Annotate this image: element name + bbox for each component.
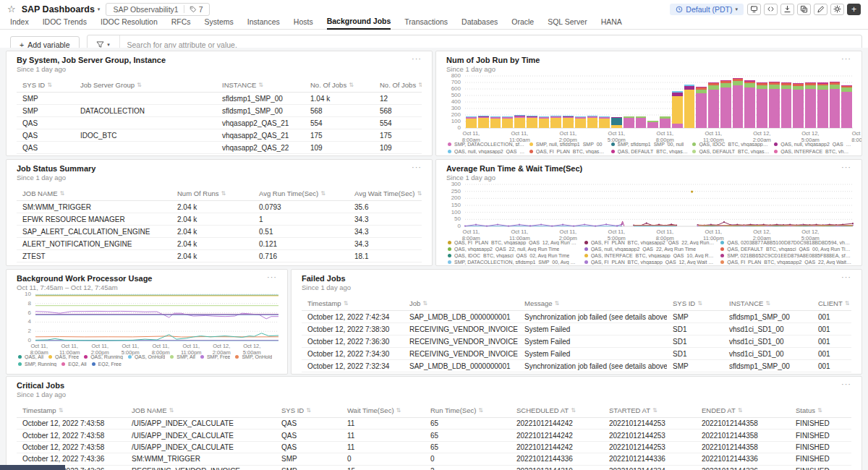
bar-segment[interactable] (587, 116, 598, 118)
sort-icon[interactable]: ⇅ (417, 190, 422, 197)
bar-segment[interactable] (490, 119, 501, 129)
legend-item[interactable]: QAS, null, vhqasapp2_QAS_22 (448, 149, 525, 154)
bar-segment[interactable] (817, 84, 828, 86)
bar-segment[interactable] (841, 85, 852, 86)
column-header[interactable]: No. Of Jobs⇅ (305, 81, 374, 89)
sort-icon[interactable]: ⇅ (59, 407, 64, 414)
timezone-selector[interactable]: Default (PDT) ▾ (670, 4, 744, 15)
bar-segment[interactable] (757, 89, 767, 128)
bar-segment[interactable] (744, 81, 755, 83)
bar-segment[interactable] (539, 116, 550, 117)
sort-icon[interactable]: ⇅ (169, 407, 174, 414)
bar-segment[interactable] (563, 117, 574, 119)
bar-segment[interactable] (575, 117, 586, 118)
favorite-star-icon[interactable]: ☆ (7, 4, 16, 14)
tab-systems[interactable]: Systems (205, 17, 234, 29)
bar-segment[interactable] (478, 116, 489, 117)
bar-segment[interactable] (502, 119, 513, 129)
bar-segment[interactable] (696, 87, 707, 87)
bar-segment[interactable] (514, 116, 525, 116)
column-header[interactable]: Job Server Group⇅ (75, 81, 216, 89)
bar-segment[interactable] (769, 89, 780, 128)
code-button[interactable] (764, 4, 778, 15)
bar-segment[interactable] (781, 82, 792, 83)
bar-segment[interactable] (781, 85, 792, 90)
bar-segment[interactable] (575, 116, 586, 117)
tab-rfcs[interactable]: RFCs (171, 17, 191, 29)
bar-segment[interactable] (720, 87, 731, 128)
bar-segment[interactable] (744, 80, 755, 81)
bar-segment[interactable] (550, 116, 561, 116)
tab-index[interactable]: Index (10, 17, 29, 29)
bar-segment[interactable] (805, 82, 816, 83)
legend-item[interactable]: QAS, 02038877A8B5100D87D0C9818BD8D594, v… (720, 240, 851, 245)
bar-segment[interactable] (696, 87, 707, 90)
sort-icon[interactable]: ⇅ (652, 407, 658, 414)
bar-segment[interactable] (720, 80, 731, 81)
column-header[interactable]: JOB NAME⇅ (17, 189, 171, 197)
bar-segment[interactable] (830, 89, 841, 128)
download-button[interactable] (780, 4, 794, 15)
bar-segment[interactable] (502, 116, 513, 117)
column-header[interactable]: INSTANCE⇅ (216, 81, 305, 89)
bar-segment[interactable] (647, 121, 658, 122)
tab-background-jobs[interactable]: Background Jobs (327, 17, 391, 30)
bar-segment[interactable] (757, 85, 767, 90)
bar-segment[interactable] (599, 116, 610, 117)
column-header[interactable]: Num Of Runs⇅ (171, 189, 253, 197)
bar-segment[interactable] (575, 119, 586, 128)
legend-item[interactable]: QAS, DEFAULT_BTC, vhqasci_QAS_00, Avg Ru… (720, 247, 851, 252)
copy-button[interactable] (797, 4, 811, 15)
bar-segment[interactable] (793, 90, 804, 128)
bar-segment[interactable] (781, 89, 792, 128)
panel-menu-button[interactable]: ··· (841, 381, 851, 387)
bar-segment[interactable] (527, 116, 537, 116)
bar-segment[interactable] (830, 85, 841, 89)
sort-icon[interactable]: ⇅ (47, 82, 52, 88)
column-header[interactable]: Message⇅ (519, 299, 667, 307)
legend-item[interactable]: QAS, null, vhqasapp2_QAS_22, Avg Run Tim… (584, 247, 715, 252)
bar-segment[interactable] (696, 90, 707, 94)
bar-segment[interactable] (647, 122, 658, 129)
sort-icon[interactable]: ⇅ (60, 190, 65, 197)
column-header[interactable]: INSTANCE⇅ (723, 299, 812, 307)
legend-item[interactable]: SMP, DATACOLLECTION, sfldsmp1_SMP_00, Av… (448, 260, 579, 265)
panel-menu-button[interactable]: ··· (841, 274, 851, 280)
bar-segment[interactable] (660, 116, 671, 118)
panel-menu-button[interactable]: ··· (841, 56, 851, 61)
bar-segment[interactable] (636, 116, 647, 118)
bar-segment[interactable] (587, 116, 598, 116)
bar-segment[interactable] (830, 82, 841, 85)
sort-icon[interactable]: ⇅ (258, 82, 263, 88)
column-header[interactable]: Timestamp⇅ (17, 406, 126, 414)
bar-segment[interactable] (757, 82, 767, 83)
tab-instances[interactable]: Instances (247, 17, 280, 29)
bar-segment[interactable] (611, 117, 622, 125)
legend-item[interactable]: QAS, DEFAULT_BTC, vhqasapp_QAS_10 (692, 149, 770, 154)
bar-segment[interactable] (550, 116, 561, 116)
bar-segment[interactable] (502, 117, 513, 119)
bar-segment[interactable] (684, 86, 695, 90)
bar-segment[interactable] (708, 82, 719, 83)
panel-menu-button[interactable]: ··· (412, 164, 422, 170)
bar-segment[interactable] (684, 85, 695, 86)
legend-item[interactable]: QAS, FI_PLAN_BTC, vhqasapp_QAS_12, Avg W… (584, 260, 715, 265)
bar-segment[interactable] (466, 116, 477, 117)
legend-item[interactable]: QAS, DEFAULT_BTC, vhqasapp2_QAS_20 (611, 149, 689, 154)
bar-segment[interactable] (563, 116, 574, 117)
edit-button[interactable] (814, 4, 827, 15)
bar-segment[interactable] (527, 116, 537, 117)
bar-segment[interactable] (841, 92, 852, 128)
bar-segment[interactable] (805, 83, 816, 85)
panel-menu-button[interactable]: ··· (267, 274, 277, 280)
bar-segment[interactable] (672, 93, 683, 96)
column-header[interactable]: Avg Run Time(Sec)⇅ (253, 189, 349, 197)
bar-segment[interactable] (769, 82, 780, 82)
tab-oracle[interactable]: Oracle (511, 17, 534, 29)
tab-transactions[interactable]: Transactions (404, 17, 448, 29)
column-header[interactable]: Run Time(Sec)⇅ (425, 406, 511, 414)
bar-segment[interactable] (830, 82, 841, 82)
column-header[interactable]: Avg Wait Time(Sec)⇅ (349, 189, 422, 197)
bar-segment[interactable] (466, 116, 477, 117)
bar-segment[interactable] (502, 116, 513, 117)
